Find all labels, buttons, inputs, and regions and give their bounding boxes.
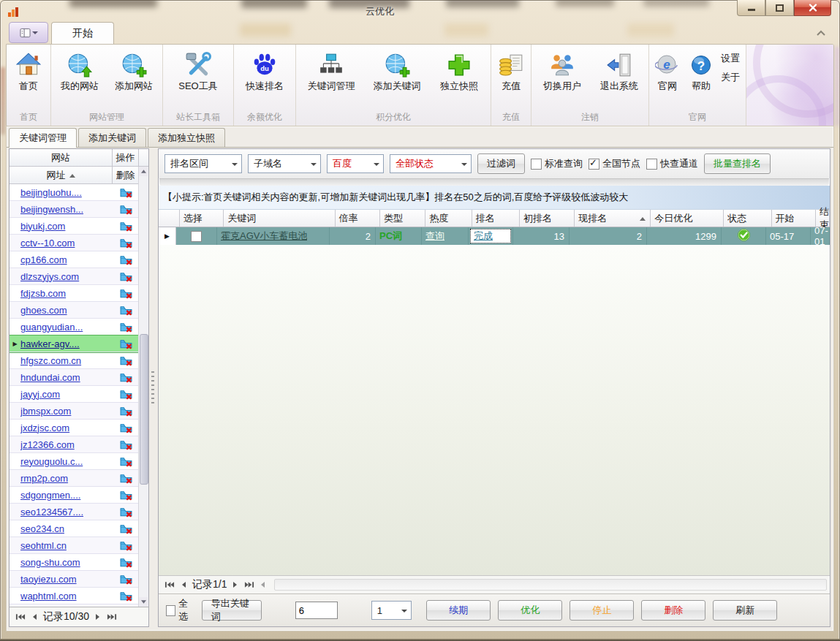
site-list-item[interactable]: reyouguolu.c... <box>10 453 139 470</box>
checkbox-icon[interactable] <box>646 159 657 170</box>
site-link[interactable]: ghoes.com <box>20 305 113 316</box>
delete-site-icon[interactable] <box>113 221 139 232</box>
rank-status-link[interactable]: 完成 <box>474 230 493 243</box>
close-button[interactable] <box>794 0 831 16</box>
last-page-icon[interactable] <box>107 613 117 621</box>
page-size-dropdown[interactable]: 1 <box>371 601 412 620</box>
site-link[interactable]: hndundai.com <box>20 372 113 383</box>
checkbox-icon[interactable] <box>191 231 202 242</box>
site-link[interactable]: reyouguolu.c... <box>20 456 113 467</box>
delete-site-icon[interactable] <box>113 507 139 517</box>
minimize-button[interactable] <box>737 0 765 16</box>
site-link[interactable]: sdgongmen.... <box>20 490 113 501</box>
site-link[interactable]: seo234.cn <box>20 523 113 534</box>
site-list-item[interactable]: cctv--10.com <box>10 235 139 251</box>
national-node-checkbox[interactable]: 全国节点 <box>589 157 640 170</box>
about-link[interactable]: 关于 <box>721 71 740 84</box>
column-header-status[interactable]: 状态 <box>724 210 771 227</box>
site-list-item[interactable]: hndundai.com <box>10 369 139 386</box>
optimize-button[interactable]: 优化 <box>498 600 562 621</box>
column-header-current-rank[interactable]: 现排名 <box>575 210 651 227</box>
column-header-heat[interactable]: 热度 <box>425 210 472 227</box>
ribbon-button-seo-tools[interactable]: SEO工具 <box>164 48 232 93</box>
site-list-item[interactable]: biyukj.com <box>10 218 139 235</box>
site-link[interactable]: beijingluohu.... <box>20 187 113 198</box>
site-link[interactable]: cctv--10.com <box>20 238 113 249</box>
ribbon-button-exit[interactable]: 退出系统 <box>591 48 647 93</box>
site-link[interactable]: guangyudian... <box>20 322 113 333</box>
delete-site-icon[interactable] <box>113 473 139 484</box>
checkbox-icon[interactable] <box>166 605 175 616</box>
site-link[interactable]: jxdzjsc.com <box>20 422 113 433</box>
hscroll-left-icon[interactable] <box>260 582 265 588</box>
site-link[interactable]: seo1234567.... <box>20 507 113 517</box>
last-page-icon[interactable] <box>244 581 254 588</box>
site-list-item[interactable]: taoyiezu.com <box>10 571 139 588</box>
site-link[interactable]: beijingwensh... <box>20 204 113 215</box>
renew-button[interactable]: 续期 <box>426 600 491 621</box>
export-keywords-button[interactable]: 导出关键词 <box>202 600 262 621</box>
stop-button[interactable]: 停止 <box>570 600 634 621</box>
site-link[interactable]: jayyj.com <box>20 389 113 400</box>
batch-check-rank-button[interactable]: 批量查排名 <box>704 153 771 174</box>
ribbon-button-my-sites[interactable]: 我的网站 <box>53 48 107 93</box>
delete-site-icon[interactable] <box>113 523 139 534</box>
site-list-item[interactable]: seohtml.cn <box>10 537 139 554</box>
column-header-start[interactable]: 开始 <box>772 210 816 227</box>
standard-query-checkbox[interactable]: 标准查询 <box>531 157 583 170</box>
delete-site-icon[interactable] <box>113 355 139 366</box>
delete-site-icon[interactable] <box>113 456 139 467</box>
site-link[interactable]: song-shu.com <box>20 557 113 568</box>
refresh-button[interactable]: 刷新 <box>713 600 777 621</box>
column-header-type[interactable]: 类型 <box>380 210 425 227</box>
site-list-item[interactable]: dlzszyjys.com <box>10 268 139 285</box>
ribbon-button-snapshot[interactable]: 独立快照 <box>429 48 489 93</box>
site-link[interactable]: seohtml.cn <box>20 540 113 551</box>
checkbox-icon[interactable] <box>531 159 542 170</box>
column-header-select[interactable]: 选择 <box>180 210 224 227</box>
prev-page-icon[interactable] <box>181 581 186 588</box>
site-list-item[interactable]: fdjzsb.com <box>10 285 139 302</box>
column-header-end[interactable]: 结束 <box>816 210 830 227</box>
delete-site-icon[interactable] <box>113 204 139 215</box>
sidebar-scrollbar[interactable] <box>138 167 148 607</box>
column-header-init-rank[interactable]: 初排名 <box>520 210 575 227</box>
ribbon-button-fast-rank[interactable]: du 快速排名 <box>235 48 294 93</box>
site-list-item[interactable]: hfgszc.com.cn <box>10 352 139 369</box>
site-link[interactable]: taoyiezu.com <box>20 574 113 585</box>
site-list-item[interactable]: guangyudian... <box>10 319 139 335</box>
site-list-item[interactable]: sdgongmen.... <box>10 487 139 504</box>
column-header-action[interactable]: 操作 <box>113 149 139 166</box>
horizontal-scrollbar[interactable] <box>274 579 827 591</box>
column-header-site[interactable]: 网站 <box>10 149 113 166</box>
ribbon-button-recharge[interactable]: 充值 <box>493 48 529 93</box>
site-list-item[interactable]: song-shu.com <box>10 554 139 571</box>
column-header-delete[interactable]: 删除 <box>113 167 139 183</box>
site-link[interactable]: cp166.com <box>20 254 113 265</box>
site-list-item[interactable]: cp166.com <box>10 251 139 268</box>
site-list-item[interactable]: jayyj.com <box>10 386 139 403</box>
count-input[interactable] <box>295 602 338 619</box>
tab-add-keyword[interactable]: 添加关键词 <box>78 128 146 147</box>
rank-range-dropdown[interactable]: 排名区间 <box>164 154 242 173</box>
delete-site-icon[interactable] <box>113 439 139 450</box>
site-list-item[interactable]: hawker-agv.... <box>10 335 139 352</box>
settings-link[interactable]: 设置 <box>721 52 740 65</box>
delete-site-icon[interactable] <box>113 288 139 299</box>
site-link[interactable]: hfgszc.com.cn <box>20 355 113 366</box>
collapse-ribbon-chevron-icon[interactable] <box>815 28 827 39</box>
status-dropdown[interactable]: 全部状态 <box>390 154 472 173</box>
delete-site-icon[interactable] <box>113 591 139 602</box>
filter-words-button[interactable]: 过滤词 <box>477 153 525 174</box>
site-list-item[interactable]: beijingwensh... <box>10 201 139 218</box>
ribbon-button-add-site[interactable]: 添加网站 <box>107 48 161 93</box>
delete-site-icon[interactable] <box>113 305 139 316</box>
site-link[interactable]: jbmspx.com <box>20 406 113 417</box>
panel-splitter[interactable] <box>149 148 156 627</box>
delete-site-icon[interactable] <box>113 406 139 417</box>
site-link[interactable]: jz12366.com <box>20 439 113 450</box>
site-list-item[interactable]: seo234.cn <box>10 520 139 537</box>
delete-site-icon[interactable] <box>113 557 139 568</box>
checkbox-icon[interactable] <box>589 159 599 170</box>
delete-site-icon[interactable] <box>113 187 139 198</box>
